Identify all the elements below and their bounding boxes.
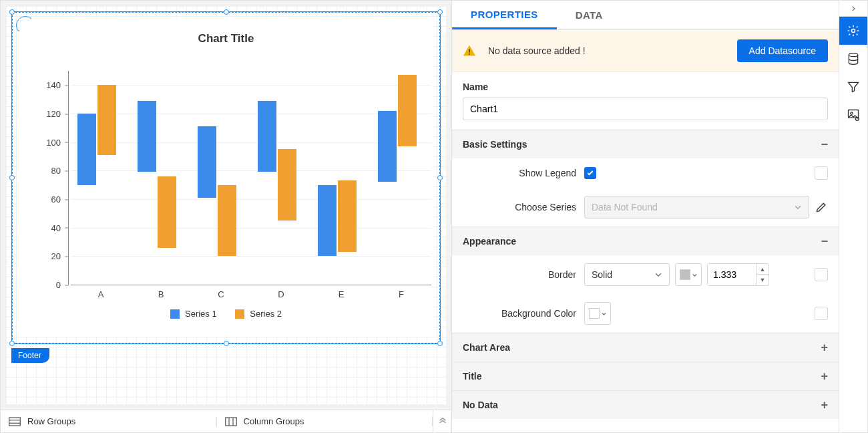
border-style-select[interactable]: Solid [584,263,670,286]
svg-point-9 [849,53,857,57]
collapse-icon[interactable]: − [821,138,828,150]
spin-up-icon[interactable]: ▲ [756,264,769,275]
chevron-down-icon [692,272,698,278]
name-field-label: Name [463,82,828,92]
select-value: Data Not Found [592,202,658,212]
x-axis: A B C D E F [71,285,431,285]
section-title: Chart Area [463,342,510,353]
resize-handle-w[interactable] [9,175,15,180]
rail-properties-icon[interactable] [839,17,867,45]
tab-properties[interactable]: PROPERTIES [452,1,557,29]
resize-handle-e[interactable] [437,175,443,180]
chart-area-header[interactable]: Chart Area + [452,333,839,362]
tab-data[interactable]: DATA [557,1,622,29]
chevron-down-icon [794,203,802,211]
resize-handle-ne[interactable] [437,9,443,15]
svg-point-8 [852,29,855,33]
resize-handle-se[interactable] [437,341,443,346]
column-groups-label: Column Groups [244,416,304,426]
y-tick: 140 [37,80,69,90]
title-section-header[interactable]: Title + [452,362,839,390]
chevron-down-icon [654,271,662,279]
no-data-section-header[interactable]: No Data + [452,390,839,419]
expand-icon[interactable]: + [821,399,828,411]
row-groups-icon [9,417,21,426]
resize-handle-n[interactable] [224,9,229,15]
advanced-toggle[interactable] [815,166,828,180]
legend-label: Series 1 [185,309,217,319]
edit-series-icon[interactable] [815,200,828,214]
section-title: No Data [463,400,498,410]
bar-series1 [77,114,96,185]
choose-series-select[interactable]: Data Not Found [584,196,809,219]
rail-image-settings-icon[interactable] [839,101,867,129]
spin-down-icon[interactable]: ▼ [756,275,769,285]
collapse-groups-icon[interactable] [433,410,451,433]
warning-icon [463,44,476,57]
design-canvas[interactable]: Chart Title 0 20 40 60 80 100 120 140 [1,1,451,410]
bar-series1 [318,185,337,257]
y-tick: 120 [37,109,69,119]
section-title: Appearance [463,236,516,247]
x-tick: E [339,289,345,299]
row-groups-label: Row Groups [27,416,75,426]
row-groups-panel[interactable]: Row Groups [1,416,217,426]
y-axis: 0 20 40 60 80 100 120 140 [68,71,69,285]
bar-series1 [378,111,397,182]
advanced-toggle[interactable] [815,268,828,281]
bar-series2 [398,75,417,146]
expand-icon[interactable]: + [821,341,828,353]
show-legend-label: Show Legend [463,168,576,178]
show-legend-checkbox[interactable] [584,167,596,179]
column-groups-panel[interactable]: Column Groups [217,416,433,426]
border-color-picker[interactable] [675,263,702,286]
border-width-input[interactable] [708,264,756,285]
expand-icon[interactable]: + [821,370,828,382]
bar-series2 [97,85,116,155]
svg-rect-6 [469,49,470,53]
resize-handle-sw[interactable] [9,341,15,346]
svg-point-11 [851,112,853,114]
border-width-spinner[interactable]: ▲ ▼ [707,263,769,286]
background-color-picker[interactable] [584,302,611,325]
footer-section-tag[interactable]: Footer [11,348,49,363]
resize-handle-nw[interactable] [9,9,15,15]
advanced-toggle[interactable] [815,307,828,320]
background-color-label: Background Color [463,308,576,319]
selected-chart-widget[interactable]: Chart Title 0 20 40 60 80 100 120 140 [11,11,441,344]
rail-collapse-icon[interactable] [839,1,867,17]
column-groups-icon [225,417,237,426]
svg-rect-0 [9,418,21,426]
bar-series2 [218,185,236,257]
chart-preview: Chart Title 0 20 40 60 80 100 120 140 [19,19,433,337]
legend-label: Series 2 [250,309,282,319]
bar-series1 [258,101,276,172]
y-tick: 80 [37,166,69,176]
x-tick: D [278,289,284,299]
x-tick: B [158,289,164,299]
border-label: Border [463,269,576,280]
y-tick: 0 [37,280,69,290]
datasource-alert: No data source added ! Add Datasource [452,30,839,72]
groups-bar: Row Groups Column Groups [1,410,451,432]
x-tick: C [218,289,224,299]
bar-series2 [158,176,176,248]
basic-settings-header[interactable]: Basic Settings − [452,130,839,158]
section-title: Title [463,371,482,382]
choose-series-label: Choose Series [463,202,576,212]
resize-handle-s[interactable] [224,341,229,346]
y-tick: 40 [37,223,69,233]
collapse-icon[interactable]: − [821,235,828,247]
rail-data-icon[interactable] [839,45,867,73]
chart-legend: Series 1 Series 2 [19,309,433,321]
right-rail [839,1,867,432]
chart-plot-area [71,71,431,285]
svg-rect-3 [225,418,236,426]
name-input[interactable] [463,98,828,120]
add-datasource-button[interactable]: Add Datasource [737,39,828,62]
rail-filter-icon[interactable] [839,73,867,101]
x-tick: F [399,289,404,299]
y-tick: 20 [37,251,69,261]
alert-text: No data source added ! [488,45,725,56]
appearance-header[interactable]: Appearance − [452,227,839,255]
